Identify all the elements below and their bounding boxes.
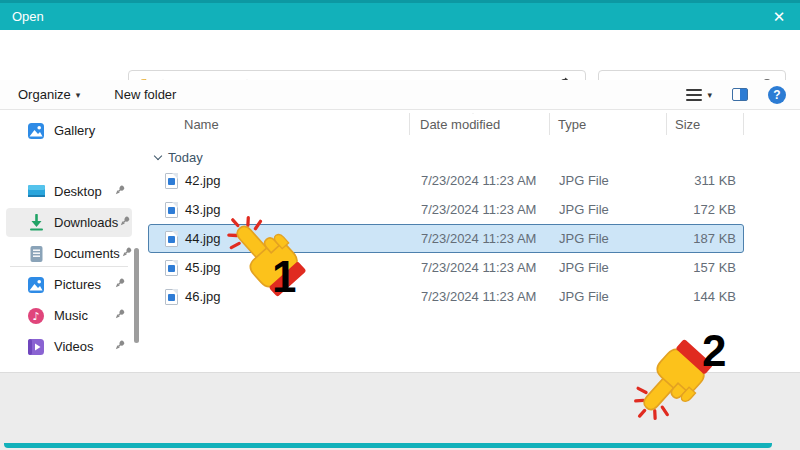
- view-caret-icon: ▾: [707, 90, 712, 100]
- column-header-type[interactable]: Type: [550, 113, 667, 135]
- file-size: 187 KB: [668, 231, 745, 246]
- jpg-file-icon: [165, 289, 178, 305]
- file-type: JPG File: [551, 231, 668, 246]
- sidebar-item-music[interactable]: ♪ Music: [6, 301, 132, 330]
- file-date: 7/23/2024 11:23 AM: [411, 231, 551, 246]
- open-dialog: Open ✕ ← → ↑ Downloads 1: [0, 0, 800, 450]
- sidebar-item-desktop[interactable]: Desktop: [6, 177, 132, 206]
- column-header-label: Date modified: [420, 117, 500, 132]
- file-name: 43.jpg: [185, 202, 220, 217]
- gallery-icon: [26, 121, 46, 141]
- file-size: 144 KB: [668, 289, 745, 304]
- organize-label: Organize: [18, 87, 71, 102]
- sidebar-item-label: Pictures: [54, 277, 101, 292]
- sidebar-item-label: Music: [54, 308, 88, 323]
- file-type: JPG File: [551, 202, 668, 217]
- view-mode-button[interactable]: ▾: [686, 89, 712, 101]
- file-row[interactable]: 46.jpg 7/23/2024 11:23 AM JPG File 144 K…: [148, 282, 744, 311]
- file-date: 7/23/2024 11:23 AM: [411, 260, 551, 275]
- group-collapse-chevron-icon: [154, 151, 162, 159]
- list-view-icon: [686, 89, 702, 101]
- dialog-title: Open: [12, 9, 44, 24]
- music-icon: ♪: [26, 306, 46, 326]
- file-type: JPG File: [551, 173, 668, 188]
- file-date: 7/23/2024 11:23 AM: [411, 173, 551, 188]
- column-header-name[interactable]: Name: [148, 113, 410, 135]
- group-header-today[interactable]: Today: [148, 146, 203, 168]
- sidebar-item-label: Videos: [54, 339, 94, 354]
- file-name: 42.jpg: [185, 173, 220, 188]
- jpg-file-icon: [165, 231, 178, 247]
- file-name: 45.jpg: [185, 260, 220, 275]
- group-label: Today: [168, 150, 203, 165]
- pin-icon: [113, 339, 126, 355]
- title-bar: Open ✕: [0, 0, 800, 30]
- new-folder-label: New folder: [114, 87, 176, 102]
- sidebar-item-documents[interactable]: Documents: [6, 239, 132, 268]
- close-icon[interactable]: ✕: [764, 4, 794, 30]
- documents-icon: [26, 244, 46, 264]
- file-row[interactable]: 42.jpg 7/23/2024 11:23 AM JPG File 311 K…: [148, 166, 744, 195]
- help-icon[interactable]: ?: [768, 86, 786, 104]
- column-header-date-modified[interactable]: Date modified: [410, 113, 550, 135]
- sidebar-item-downloads[interactable]: Downloads: [6, 208, 132, 237]
- sidebar-item-pictures[interactable]: Pictures: [6, 270, 132, 299]
- preview-pane-icon[interactable]: [732, 88, 748, 101]
- navigation-bar: ← → ↑ Downloads 1: [0, 30, 800, 80]
- step-2-label: 2: [702, 326, 726, 376]
- pin-icon: [113, 277, 126, 293]
- command-toolbar: Organize ▾ New folder ▾ ?: [0, 80, 800, 110]
- file-size: 157 KB: [668, 260, 745, 275]
- pin-icon: [113, 308, 126, 324]
- file-name: 46.jpg: [185, 289, 220, 304]
- sidebar-item-label: Documents: [54, 246, 120, 261]
- pin-icon: [113, 184, 126, 200]
- sidebar-item-videos[interactable]: Videos: [6, 332, 132, 361]
- pictures-icon: [26, 275, 46, 295]
- videos-icon: [26, 337, 46, 357]
- file-date: 7/23/2024 11:23 AM: [411, 202, 551, 217]
- desktop-icon: [26, 182, 46, 202]
- navigation-sidebar: Gallery Desktop Downloads Do: [0, 110, 146, 372]
- jpg-file-icon: [165, 260, 178, 276]
- jpg-file-icon: [165, 173, 178, 189]
- step-1-label: 1: [272, 252, 296, 302]
- pin-icon: [120, 246, 133, 262]
- file-size: 172 KB: [668, 202, 745, 217]
- sidebar-item-label: Downloads: [54, 215, 118, 230]
- column-headers: Name Date modified Type Size: [148, 110, 800, 138]
- background-window-edge: [4, 443, 772, 448]
- svg-text:♪: ♪: [32, 310, 39, 323]
- downloads-icon: [26, 213, 46, 233]
- file-type: JPG File: [551, 260, 668, 275]
- file-date: 7/23/2024 11:23 AM: [411, 289, 551, 304]
- organize-button[interactable]: Organize ▾: [18, 87, 80, 102]
- sidebar-scrollbar[interactable]: [134, 248, 139, 343]
- sidebar-item-gallery[interactable]: Gallery: [6, 116, 132, 145]
- sidebar-item-label: Desktop: [54, 184, 102, 199]
- column-header-size[interactable]: Size: [667, 113, 744, 135]
- file-size: 311 KB: [668, 173, 745, 188]
- jpg-file-icon: [165, 202, 178, 218]
- file-type: JPG File: [551, 289, 668, 304]
- organize-caret-icon: ▾: [76, 90, 81, 100]
- pin-icon: [118, 215, 131, 231]
- sidebar-item-label: Gallery: [54, 123, 95, 138]
- new-folder-button[interactable]: New folder: [114, 87, 176, 102]
